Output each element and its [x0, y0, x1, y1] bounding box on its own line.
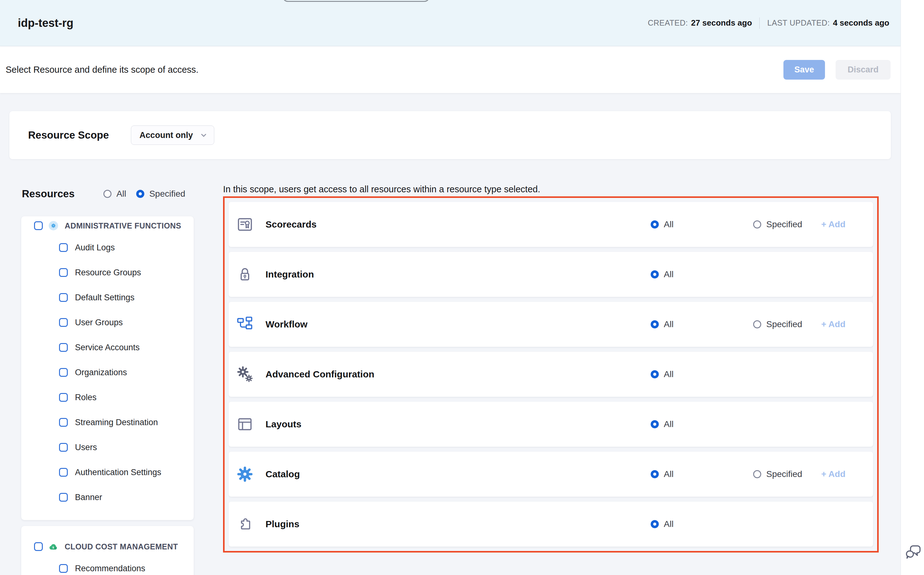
resource-item-checkbox[interactable]: [59, 368, 68, 377]
row-specified-option[interactable]: Specified: [753, 469, 802, 479]
group-header: ADMINISTRATIVE FUNCTIONS: [21, 216, 194, 235]
resources-specified-label: Specified: [149, 189, 185, 199]
row-all-radio[interactable]: [651, 221, 659, 229]
created-label: CREATED:: [648, 18, 688, 27]
row-all-radio[interactable]: [651, 370, 659, 378]
resources-all-label: All: [116, 189, 126, 199]
group-header: $CLOUD COST MANAGEMENT: [21, 537, 194, 556]
resource-item-checkbox[interactable]: [59, 343, 68, 352]
row-all-radio[interactable]: [651, 470, 659, 478]
toolbar: Select Resource and define its scope of …: [0, 46, 900, 93]
resource-item-label: Authentication Settings: [75, 468, 161, 477]
row-all-label: All: [664, 519, 674, 529]
resources-all-radio[interactable]: [104, 190, 112, 198]
add-link[interactable]: + Add: [821, 469, 846, 479]
resource-type-label: Workflow: [266, 319, 307, 330]
resource-type-row: LayoutsAll: [229, 402, 873, 447]
resource-item-label: Users: [75, 443, 97, 452]
row-all-radio[interactable]: [651, 320, 659, 329]
resource-item-label: Service Accounts: [75, 343, 140, 353]
scope-note: In this scope, users get access to all r…: [223, 184, 540, 194]
gears-icon: [237, 366, 253, 383]
row-specified-radio[interactable]: [753, 320, 761, 329]
row-all-option[interactable]: All: [651, 369, 674, 379]
resource-item-checkbox[interactable]: [59, 393, 68, 402]
group-name: ADMINISTRATIVE FUNCTIONS: [65, 221, 181, 230]
row-all-radio[interactable]: [651, 520, 659, 528]
row-all-radio[interactable]: [651, 420, 659, 428]
group-checkbox[interactable]: [34, 542, 43, 551]
row-specified-radio[interactable]: [753, 221, 761, 229]
resource-item-checkbox[interactable]: [59, 468, 68, 477]
resource-item-checkbox[interactable]: [59, 243, 68, 252]
resource-item-label: Audit Logs: [75, 243, 115, 253]
cloud-dollar-icon: $: [49, 542, 58, 551]
row-all-option[interactable]: All: [651, 469, 674, 479]
row-all-option[interactable]: All: [651, 219, 674, 229]
page-title: idp-test-rg: [18, 17, 73, 30]
resource-type-label: Scorecards: [266, 219, 316, 230]
resource-item-checkbox[interactable]: [59, 493, 68, 502]
row-all-label: All: [664, 219, 674, 229]
toolbar-actions: Save Discard: [784, 60, 891, 79]
resource-scope-select[interactable]: Account only: [131, 125, 214, 145]
resource-item-label: Streaming Destination: [75, 418, 158, 427]
row-all-label: All: [664, 319, 674, 329]
group-name: CLOUD COST MANAGEMENT: [65, 542, 178, 551]
resource-item: Resource Groups: [21, 260, 194, 285]
save-button[interactable]: Save: [784, 60, 825, 79]
gear-circle-icon: [49, 221, 58, 230]
row-specified-label: Specified: [766, 219, 802, 229]
resource-type-label: Plugins: [266, 519, 299, 529]
discard-button[interactable]: Discard: [836, 60, 891, 79]
add-link[interactable]: + Add: [821, 219, 846, 229]
resources-specified-radio[interactable]: [136, 190, 144, 198]
resource-item-checkbox[interactable]: [59, 443, 68, 452]
resource-item-label: Banner: [75, 492, 102, 502]
resources-title: Resources: [22, 188, 75, 200]
row-all-option[interactable]: All: [651, 419, 674, 429]
row-all-option[interactable]: All: [651, 319, 674, 329]
row-all-label: All: [664, 269, 674, 280]
last-updated-label: LAST UPDATED:: [767, 18, 830, 27]
resource-item-label: Roles: [75, 393, 97, 402]
row-all-radio[interactable]: [651, 270, 659, 278]
resources-specified-option[interactable]: Specified: [136, 189, 185, 199]
row-specified-option[interactable]: Specified: [753, 219, 802, 229]
resource-item: Audit Logs: [21, 235, 194, 260]
resource-group-card: ADMINISTRATIVE FUNCTIONSAudit LogsResour…: [21, 216, 194, 520]
resource-type-label: Integration: [266, 269, 314, 280]
row-all-label: All: [664, 419, 674, 429]
resource-item-label: Default Settings: [75, 293, 135, 302]
resource-item-checkbox[interactable]: [59, 268, 68, 277]
row-all-option[interactable]: All: [651, 519, 674, 529]
puzzle-icon: [237, 516, 253, 532]
row-specified-radio[interactable]: [753, 470, 761, 478]
row-all-label: All: [664, 469, 674, 479]
resources-all-option[interactable]: All: [104, 189, 126, 199]
resource-type-row: ScorecardsAllSpecified+ Add: [229, 202, 873, 247]
resource-item-label: Recommendations: [75, 564, 145, 573]
add-link[interactable]: + Add: [821, 319, 846, 329]
row-specified-label: Specified: [766, 319, 802, 329]
resource-item-checkbox[interactable]: [59, 418, 68, 427]
resource-item-checkbox[interactable]: [59, 318, 68, 327]
row-all-label: All: [664, 369, 674, 379]
resource-item-checkbox[interactable]: [59, 293, 68, 302]
resource-item-label: Resource Groups: [75, 268, 141, 278]
scorecard-icon: [237, 216, 253, 233]
resource-item: Service Accounts: [21, 335, 194, 360]
row-specified-label: Specified: [766, 469, 802, 479]
resource-type-row: WorkflowAllSpecified+ Add: [229, 302, 873, 347]
resource-item-checkbox[interactable]: [59, 564, 68, 573]
group-checkbox[interactable]: [34, 221, 43, 230]
row-all-option[interactable]: All: [651, 269, 674, 280]
resource-type-row: IntegrationAll: [229, 252, 873, 297]
row-specified-option[interactable]: Specified: [753, 319, 802, 329]
chat-bubbles-icon[interactable]: [905, 544, 922, 561]
resource-type-label: Catalog: [266, 469, 300, 480]
resource-item: Organizations: [21, 360, 194, 385]
toolbar-description: Select Resource and define its scope of …: [6, 65, 198, 75]
resource-item: Banner: [21, 485, 194, 510]
layout-icon: [237, 416, 253, 432]
